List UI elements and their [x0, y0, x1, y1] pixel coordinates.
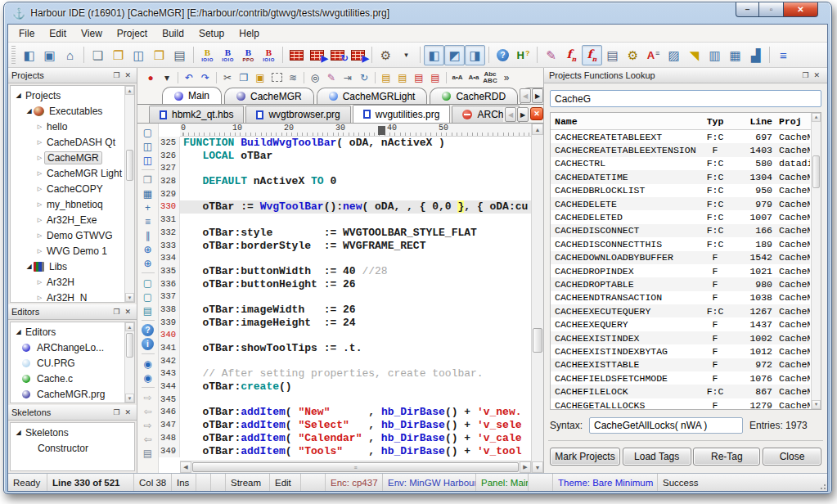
grid-icon[interactable]: ▦ [725, 45, 745, 65]
compile-icon[interactable]: BIOIO [197, 45, 218, 65]
table-row[interactable]: CACHEEXISTINDEXF1002CacheM [551, 331, 810, 344]
table-row[interactable]: CACHEEXEQUERYF1437CacheM [551, 317, 810, 331]
tree-item-hello[interactable]: ▷hello [11, 119, 124, 134]
code-line-346[interactable]: 346 oTBar:addItem( "New" , hb_DirBase() … [159, 406, 531, 419]
view-panel-right-icon[interactable]: ◨ [465, 45, 485, 65]
undo-icon[interactable]: ↶ [181, 70, 197, 86]
table-row[interactable]: CACHECREATETABLEEXTENSIONF1403CacheM [551, 143, 810, 156]
tab-scroll-right-icon[interactable]: ▶ [517, 107, 529, 122]
horizontal-scrollbar[interactable]: ◀ ≡ ▶ [180, 461, 531, 473]
float-panel-icon[interactable]: ❐ [110, 72, 122, 79]
expanded-arrow-icon[interactable]: ◢ [25, 263, 34, 270]
projects-scrollbar[interactable]: ▲ ▼ [124, 86, 134, 302]
tree-item-cachemgr[interactable]: ▷CacheMGR [11, 150, 124, 165]
expand-icon[interactable]: + [140, 200, 156, 214]
table-row[interactable]: CACHEDISCONNECTF:C166CacheM [551, 224, 810, 237]
collapsed-arrow-icon[interactable]: ▷ [35, 201, 44, 208]
maximize-button[interactable]: ▫ [759, 2, 783, 17]
table-row[interactable]: CACHEGETALLLOCKSF1279CacheM [551, 398, 810, 409]
code-editor[interactable]: 325FUNCTION BuildWvgToolBar( oDA, nActiv… [159, 137, 531, 461]
code-line-328[interactable]: 328 DEFAULT nActiveX TO 0 [159, 175, 531, 188]
table-row[interactable]: CACHEDISCONNECTTHISF:C189CacheM [551, 237, 810, 250]
theme-settings-icon[interactable]: ▨ [664, 45, 684, 65]
load-tags-button[interactable]: Load Tags [623, 448, 691, 466]
expanded-arrow-icon[interactable]: ◢ [14, 92, 23, 99]
tab-scroll-left-icon[interactable]: ◀ [505, 107, 516, 122]
tree-item-demo-gtwvg[interactable]: ▷Demo GTWVG [11, 227, 124, 243]
code-line-329[interactable]: 329 [159, 188, 531, 201]
float-panel-icon[interactable]: ❐ [110, 308, 122, 316]
info-circle-icon[interactable]: i [140, 337, 156, 351]
code-line-341[interactable]: 341 oTBar:showToolTips := .t. [159, 342, 531, 355]
project-tab-cachemgr[interactable]: CacheMGR [224, 88, 314, 104]
code-line-333[interactable]: 333 oTBar:borderStyle := WVGFRAME_RECT [159, 240, 531, 253]
code-line-344[interactable]: 344 oTBar:create() [159, 380, 531, 394]
zoom-out-icon[interactable]: ◉ [140, 371, 156, 385]
doc-outline-icon[interactable]: ▤ [140, 446, 156, 460]
code-line-343[interactable]: 343 // After setting properties, create … [159, 367, 531, 380]
tree-item-ar32h[interactable]: ▷Ar32H [11, 274, 124, 290]
tree-item-ar32h-n[interactable]: ▷Ar32H_N [11, 290, 124, 303]
nav-forward-icon[interactable]: ⇨ [140, 390, 156, 404]
changelog-icon[interactable]: A≡ [643, 45, 664, 65]
properties-icon[interactable]: ▤ [602, 45, 623, 65]
scroll-thumb[interactable] [126, 333, 133, 358]
functions-list-icon[interactable]: fn [561, 45, 582, 65]
table-row[interactable]: CACHECTRLF:C580datadi [551, 157, 810, 170]
syntax-input[interactable] [589, 417, 743, 434]
file-tab-wvgutilities-prg[interactable]: wvgutilities.prg [353, 105, 451, 124]
code-line-334[interactable]: 334 [159, 252, 531, 265]
toolbar-grip[interactable] [11, 46, 16, 64]
scroll-thumb[interactable] [533, 328, 542, 353]
maximize-editor-icon[interactable]: ▢ [140, 125, 156, 139]
collapsed-arrow-icon[interactable]: ▷ [35, 170, 44, 177]
indent-decrease-icon[interactable]: ▤ [378, 70, 394, 86]
tree-item-ar32h-exe[interactable]: ▷Ar32H_Exe [11, 212, 124, 227]
code-line-336[interactable]: 336 oTBar:buttonHeight := 26 [159, 278, 531, 291]
function-search-input[interactable] [550, 90, 821, 107]
code-line-330[interactable]: 330 oTBar := WvgToolBar():new( oDA, , { … [159, 200, 531, 214]
code-line-339[interactable]: 339 oTBar:imageHeight := 24 [159, 317, 531, 330]
scroll-thumb[interactable] [126, 150, 133, 181]
compile-exe-icon[interactable]: BIOIO [259, 45, 279, 65]
paste-icon[interactable]: ▣ [252, 70, 268, 86]
editors-root[interactable]: ◢Editors [11, 324, 124, 340]
case-lower-upper-icon[interactable]: a•A [449, 70, 466, 86]
table-scrollbar[interactable]: ▲ ▼ [811, 113, 821, 409]
code-line-338[interactable]: 338 oTBar:imageWidth := 26 [159, 304, 531, 317]
tree-item-cachemgr-light[interactable]: ▷CacheMGR Light [11, 165, 124, 181]
scroll-right-icon[interactable]: ▶ [520, 461, 531, 473]
tools-menu-icon[interactable]: ▾ [396, 45, 416, 65]
file-tab-wvgtbrowser-prg[interactable]: wvgtbrowser.prg [245, 106, 350, 123]
output-panel-icon[interactable]: ≡ [773, 45, 794, 65]
tree-item-cachecopy[interactable]: ▷CacheCOPY [11, 181, 124, 196]
duplicate-icon[interactable]: ❐ [140, 173, 156, 187]
table-row[interactable]: CACHEENDTRANSACTIONF1038CacheM [551, 291, 810, 304]
case-upper-lower-icon[interactable]: A•a [466, 70, 482, 86]
tab-scroll-right-icon[interactable]: ▶ [532, 88, 543, 103]
project-tab-main[interactable]: Main [162, 87, 222, 105]
skeleton-item-constructor[interactable]: Constructor [11, 440, 134, 456]
view-panel-bottom-icon[interactable]: ◩ [444, 45, 465, 65]
code-line-327[interactable]: 327 [159, 162, 531, 175]
browser-2-icon[interactable]: ⊕ [140, 256, 156, 270]
record-macro-icon[interactable]: ● [142, 70, 159, 86]
more-tools-icon[interactable]: » [498, 70, 515, 86]
table-row[interactable]: CACHEFILELOCKF:C867CacheM [551, 385, 810, 398]
project-tab-cacherdd[interactable]: CacheRDD [430, 88, 518, 104]
close-panel-icon[interactable]: ✕ [811, 72, 822, 79]
code-line-331[interactable]: 331 [159, 214, 531, 227]
nav-first-icon[interactable]: ⇦ [140, 432, 156, 446]
table-row[interactable]: CACHEDROPTABLEF980CacheM [551, 277, 810, 290]
view-panel-left-icon[interactable]: ◧ [424, 45, 444, 65]
comment-icon[interactable]: ≋ [285, 70, 301, 86]
chart-icon[interactable]: ▟ [745, 45, 766, 65]
tables-icon[interactable]: ▥ [704, 45, 725, 65]
move-line-up-icon[interactable]: ▤ [411, 70, 427, 86]
collapsed-arrow-icon[interactable]: ▷ [35, 232, 44, 239]
compile-hrb-icon[interactable]: BIOIO [218, 45, 238, 65]
menu-edit[interactable]: Edit [42, 26, 74, 41]
nav-back-icon[interactable]: ⇦ [140, 404, 156, 418]
cut-icon[interactable]: ✂ [219, 70, 236, 86]
mark-projects-button[interactable]: Mark Projects [550, 448, 620, 466]
